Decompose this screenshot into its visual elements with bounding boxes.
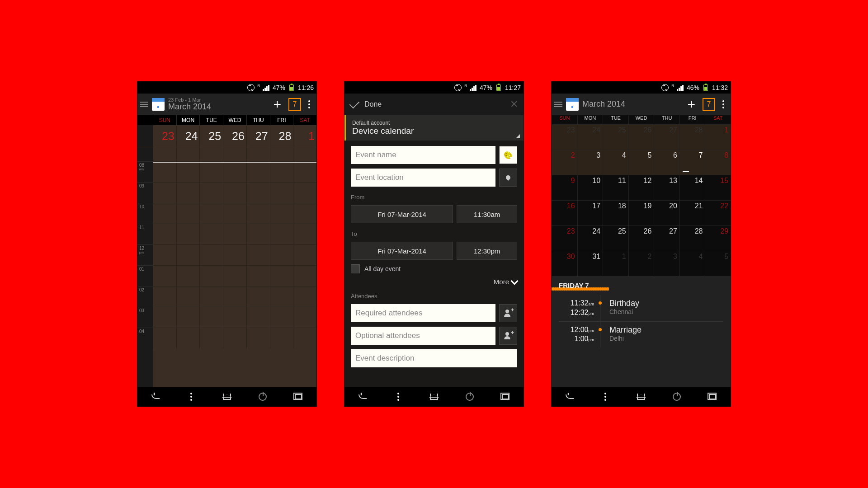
to-time-button[interactable]: 12:30pm [457,242,517,260]
month-cell[interactable]: 20 [654,200,679,225]
to-label: To [351,230,517,237]
nav-menu-icon[interactable] [393,391,404,402]
header-title[interactable]: March 2014 [582,100,680,109]
overflow-menu-icon[interactable] [719,100,728,108]
recent-apps-button[interactable] [707,391,718,402]
month-cell[interactable]: 2 [628,251,654,276]
month-cell[interactable]: 9 [552,175,577,200]
event-location-input[interactable] [351,169,495,187]
menu-icon[interactable] [140,102,148,107]
month-cell[interactable]: 18 [603,200,628,225]
power-button[interactable] [257,391,268,402]
back-button[interactable] [150,391,161,402]
date-cell[interactable]: 1 [293,125,316,147]
month-cell[interactable]: 25 [603,124,628,150]
home-button[interactable] [222,391,232,402]
today-button[interactable]: 7 [703,98,715,111]
agenda-item[interactable]: 11:32am12:32pmBirthdayChennai [559,295,723,321]
power-button[interactable] [671,391,682,402]
date-cell[interactable]: 24 [176,125,200,147]
more-toggle[interactable]: More [351,278,517,286]
month-cell[interactable]: 27 [654,124,679,150]
month-cell[interactable]: 1 [705,124,731,150]
recent-apps-button[interactable] [500,391,511,402]
month-cell[interactable]: 30 [552,251,577,276]
month-cell[interactable]: 4 [679,251,705,276]
month-cell[interactable]: 16 [552,200,577,225]
month-cell[interactable]: 1 [603,251,628,276]
app-header: 23 Feb - 1 Mar March 2014 + 7 [137,94,316,115]
month-cell[interactable]: 17 [577,200,603,225]
nav-menu-icon[interactable] [600,391,611,402]
month-cell[interactable]: 10 [577,175,603,200]
month-cell[interactable]: 31 [577,251,603,276]
color-palette-button[interactable]: 🎨 [499,146,517,164]
month-cell[interactable]: 24 [577,124,603,150]
month-cell[interactable]: 23 [552,124,577,150]
recent-apps-button[interactable] [293,391,304,402]
month-cell[interactable]: 25 [603,225,628,251]
header-title[interactable]: 23 Feb - 1 Mar March 2014 [168,97,266,112]
calendar-app-icon[interactable] [152,98,165,111]
month-cell[interactable]: 13 [654,175,679,200]
month-cell[interactable]: 12 [628,175,654,200]
month-cell[interactable]: 27 [654,225,679,251]
nav-menu-icon[interactable] [186,391,197,402]
month-cell[interactable]: 7 [679,150,705,175]
home-button[interactable] [429,391,439,402]
today-button[interactable]: 7 [288,98,301,111]
month-cell[interactable]: 3 [577,150,603,175]
close-icon[interactable]: ✕ [510,99,518,110]
required-attendees-input[interactable] [351,304,495,322]
month-cell[interactable]: 26 [628,124,654,150]
menu-icon[interactable] [554,102,562,107]
power-button[interactable] [464,391,475,402]
month-cell[interactable]: 4 [603,150,628,175]
home-button[interactable] [636,391,646,402]
month-cell[interactable]: 5 [628,150,654,175]
back-button[interactable] [564,391,575,402]
month-cell[interactable]: 3 [654,251,679,276]
month-cell[interactable]: 24 [577,225,603,251]
month-cell[interactable]: 19 [628,200,654,225]
agenda-item[interactable]: 12:00pm1:00pmMarriageDelhi [559,321,723,348]
check-icon[interactable] [349,99,360,109]
month-cell[interactable]: 11 [603,175,628,200]
month-cell[interactable]: 23 [552,225,577,251]
month-cell[interactable]: 14 [679,175,705,200]
date-cell[interactable]: 27 [246,125,270,147]
date-cell[interactable]: 25 [199,125,223,147]
done-label[interactable]: Done [364,100,382,108]
month-cell[interactable]: 22 [705,200,731,225]
from-time-button[interactable]: 11:30am [457,205,517,223]
month-cell[interactable]: 6 [654,150,679,175]
calendar-app-icon[interactable] [566,98,579,111]
add-event-button[interactable]: + [684,97,699,112]
date-cell[interactable]: 26 [223,125,246,147]
hour-grid[interactable]: 08am09101112pm01020304 [137,161,316,387]
date-cell[interactable]: 28 [270,125,293,147]
month-cell[interactable]: 26 [628,225,654,251]
overflow-menu-icon[interactable] [305,100,314,108]
to-date-button[interactable]: Fri 07-Mar-2014 [351,242,453,260]
optional-attendees-input[interactable] [351,327,495,345]
add-optional-button[interactable]: + [499,327,517,345]
month-cell[interactable]: 2 [552,150,577,175]
month-cell[interactable]: 28 [679,225,705,251]
event-description-input[interactable] [351,349,517,367]
month-cell[interactable]: 21 [679,200,705,225]
add-required-button[interactable]: + [499,304,517,322]
location-pin-button[interactable] [499,169,517,187]
add-event-button[interactable]: + [269,97,285,112]
account-selector[interactable]: Default account Device calendar [344,115,524,141]
month-cell[interactable]: 8 [705,150,731,175]
month-cell[interactable]: 5 [705,251,731,276]
month-cell[interactable]: 29 [705,225,731,251]
date-cell[interactable]: 23 [153,125,176,147]
event-name-input[interactable] [351,146,495,164]
all-day-checkbox[interactable] [351,264,360,273]
from-date-button[interactable]: Fri 07-Mar-2014 [351,205,453,223]
month-cell[interactable]: 28 [679,124,705,150]
back-button[interactable] [357,391,368,402]
month-cell[interactable]: 15 [705,175,731,200]
